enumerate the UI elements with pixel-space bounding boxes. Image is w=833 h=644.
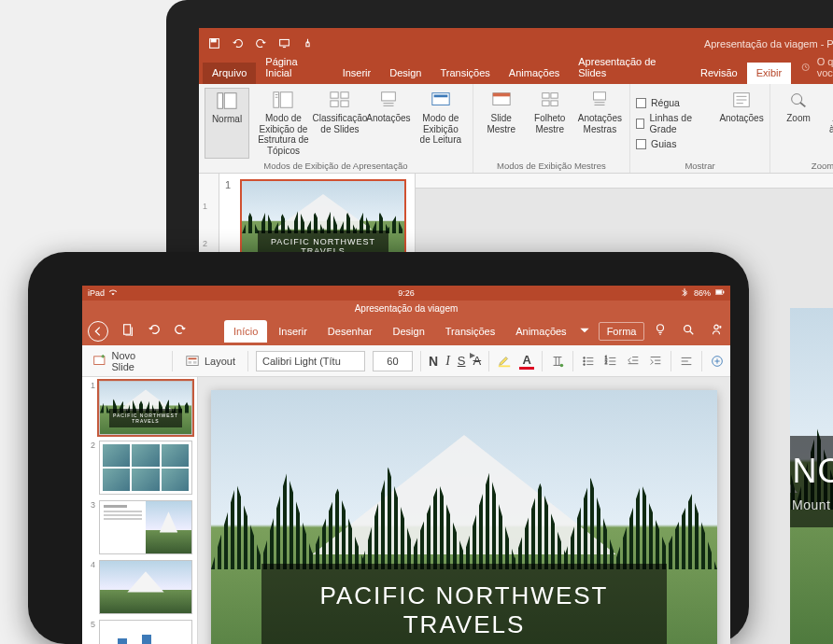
tab-draw[interactable]: Desenhar xyxy=(318,320,382,343)
desktop-ribbon-tabs: Arquivo Página Inicial Inserir Design Tr… xyxy=(199,60,833,84)
save-icon[interactable] xyxy=(208,37,220,51)
svg-point-48 xyxy=(560,363,564,367)
svg-rect-45 xyxy=(189,361,192,364)
tablet-current-slide[interactable]: PACIFIC NORTHWEST TRAVELS Mount Rainier,… xyxy=(211,390,717,644)
tablet-screen: iPad 9:26 86% Apresentação da viagem Iní… xyxy=(82,286,730,644)
tab-design[interactable]: Design xyxy=(384,320,434,343)
undo-icon[interactable] xyxy=(232,37,244,51)
svg-rect-24 xyxy=(551,101,558,106)
tab-transitions[interactable]: Transições xyxy=(431,63,499,84)
guides-checkbox[interactable]: Guias xyxy=(636,134,710,153)
tab-slideshow[interactable]: Apresentação de Slides xyxy=(569,51,691,84)
file-menu-icon[interactable] xyxy=(121,323,134,340)
highlight-button[interactable] xyxy=(497,354,512,369)
redo-icon[interactable] xyxy=(174,323,187,340)
svg-rect-9 xyxy=(281,92,293,108)
slide-thumb-3[interactable]: 3 xyxy=(86,500,193,554)
slide-sorter-icon xyxy=(327,90,353,110)
ribbon-group-master-views: Slide Mestre Folheto Mestre Anotações Me… xyxy=(473,84,630,173)
window-title: Apresentação da viagem - PowerPo xyxy=(704,38,833,49)
tab-insert[interactable]: Inserir xyxy=(269,320,317,343)
slide-master-icon xyxy=(488,90,515,110)
ruler-checkbox[interactable]: Régua xyxy=(636,93,710,112)
svg-rect-20 xyxy=(493,93,510,97)
font-family-select[interactable]: Calibri Light (Títu xyxy=(256,351,365,371)
lightbulb-icon[interactable] xyxy=(654,323,667,340)
decrease-indent-button[interactable] xyxy=(626,354,641,369)
view-outline-button[interactable]: Modo de Exibição de Estrutura de Tópicos xyxy=(253,88,314,159)
slide-master-button[interactable]: Slide Mestre xyxy=(479,88,524,159)
svg-point-49 xyxy=(584,357,586,358)
search-icon[interactable] xyxy=(682,323,695,340)
tablet-top-bar: Início Inserir Desenhar Design Transiçõe… xyxy=(82,317,730,345)
notes-icon xyxy=(728,90,755,110)
tab-animations[interactable]: Animações xyxy=(500,63,569,84)
font-color-button[interactable]: A xyxy=(519,353,534,370)
svg-rect-18 xyxy=(433,95,447,98)
numbering-button[interactable]: 12 xyxy=(603,354,618,369)
desktop-ribbon: Normal Modo de Exibição de Estrutura de … xyxy=(199,84,833,174)
svg-rect-13 xyxy=(341,101,348,106)
svg-rect-2 xyxy=(280,39,289,46)
fit-window-button[interactable]: Ajustar à Janela xyxy=(825,88,833,159)
layout-button[interactable]: Layout xyxy=(180,351,240,371)
view-sorter-button[interactable]: Classificação de Slides xyxy=(318,88,362,159)
tell-me-search[interactable]: O que você xyxy=(791,51,833,84)
svg-rect-23 xyxy=(542,101,548,106)
more-tabs-icon[interactable] xyxy=(578,324,591,339)
svg-line-33 xyxy=(800,103,806,107)
svg-rect-44 xyxy=(189,357,197,359)
font-size-field[interactable]: 60 xyxy=(373,351,413,371)
tab-animations[interactable]: Animações xyxy=(506,320,575,343)
svg-point-41 xyxy=(714,325,718,329)
horizontal-ruler xyxy=(416,174,833,189)
slide-thumb-1[interactable]: 1PACIFIC NORTHWEST TRAVELS xyxy=(86,381,193,435)
notes-pane-button[interactable]: Anotações xyxy=(719,88,764,159)
back-button[interactable] xyxy=(88,321,108,342)
tab-view[interactable]: Exibir xyxy=(747,63,792,84)
share-icon[interactable] xyxy=(710,323,723,340)
ios-status-bar: iPad 9:26 86% xyxy=(82,286,730,301)
bullets-button[interactable] xyxy=(581,354,596,369)
strike-button[interactable]: A xyxy=(473,354,481,368)
new-slide-button[interactable]: Novo Slide xyxy=(88,347,164,375)
svg-rect-25 xyxy=(594,92,606,100)
view-normal-button[interactable]: Normal xyxy=(205,88,249,159)
undo-icon[interactable] xyxy=(148,323,161,340)
tablet-slide-canvas[interactable]: PACIFIC NORTHWEST TRAVELS Mount Rainier,… xyxy=(198,377,730,644)
slide-thumb-5[interactable]: 5 xyxy=(86,620,193,644)
bold-button[interactable]: N xyxy=(429,354,438,369)
italic-button[interactable]: I xyxy=(445,354,450,369)
group-label-master: Modos de Exibição Mestres xyxy=(479,159,624,171)
reading-view-icon xyxy=(428,90,454,110)
svg-rect-38 xyxy=(124,325,131,335)
start-from-beginning-icon[interactable] xyxy=(278,37,290,51)
view-reading-button[interactable]: Modo de Exibição de Leitura xyxy=(415,88,467,159)
more-paragraph-button[interactable] xyxy=(710,354,725,369)
gridlines-checkbox[interactable]: Linhas de Grade xyxy=(636,114,710,133)
tab-transitions[interactable]: Transições xyxy=(436,320,504,343)
underline-button[interactable]: S xyxy=(458,354,466,368)
touch-mode-icon[interactable] xyxy=(302,37,314,51)
svg-rect-5 xyxy=(224,93,236,109)
slide-thumb-4[interactable]: 4 xyxy=(86,560,193,614)
zoom-icon xyxy=(785,90,812,110)
tab-review[interactable]: Revisão xyxy=(691,63,747,84)
align-button[interactable] xyxy=(679,354,694,369)
notes-master-button[interactable]: Anotações Mestras xyxy=(576,88,624,159)
svg-rect-43 xyxy=(187,356,198,365)
zoom-button[interactable]: Zoom xyxy=(776,88,821,159)
handout-master-button[interactable]: Folheto Mestre xyxy=(528,88,572,159)
redo-icon[interactable] xyxy=(255,37,267,51)
tab-home[interactable]: Página Inicial xyxy=(256,51,332,84)
tab-shape-format[interactable]: Forma xyxy=(599,322,645,341)
increase-indent-button[interactable] xyxy=(648,354,663,369)
slide-thumb-2[interactable]: 2 xyxy=(86,441,193,495)
more-font-button[interactable] xyxy=(550,354,565,369)
tab-home[interactable]: Início xyxy=(224,320,267,343)
tab-file[interactable]: Arquivo xyxy=(203,63,256,84)
tab-design[interactable]: Design xyxy=(380,63,431,84)
view-notes-button[interactable]: Anotações xyxy=(366,88,411,159)
tab-insert[interactable]: Inserir xyxy=(333,63,381,84)
slide-title[interactable]: PACIFIC NORTHWEST TRAVELS xyxy=(272,581,657,639)
